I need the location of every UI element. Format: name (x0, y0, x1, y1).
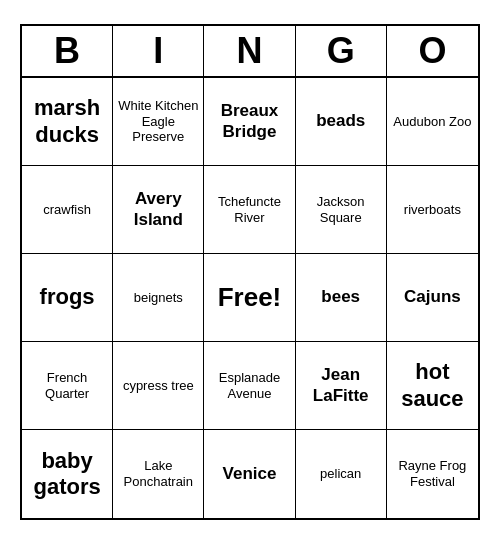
bingo-cell-0: marsh ducks (22, 78, 113, 166)
bingo-cell-13: bees (296, 254, 387, 342)
bingo-cell-8: Jackson Square (296, 166, 387, 254)
bingo-cell-19: hot sauce (387, 342, 478, 430)
bingo-cell-6: Avery Island (113, 166, 204, 254)
header-letter-o: O (387, 26, 478, 76)
bingo-cell-12: Free! (204, 254, 295, 342)
bingo-cell-10: frogs (22, 254, 113, 342)
bingo-cell-15: French Quarter (22, 342, 113, 430)
bingo-cell-11: beignets (113, 254, 204, 342)
bingo-grid: marsh ducksWhite Kitchen Eagle PreserveB… (22, 78, 478, 518)
header-letter-g: G (296, 26, 387, 76)
bingo-cell-5: crawfish (22, 166, 113, 254)
bingo-cell-18: Jean LaFitte (296, 342, 387, 430)
bingo-cell-17: Esplanade Avenue (204, 342, 295, 430)
bingo-cell-21: Lake Ponchatrain (113, 430, 204, 518)
bingo-cell-22: Venice (204, 430, 295, 518)
bingo-cell-1: White Kitchen Eagle Preserve (113, 78, 204, 166)
bingo-cell-20: baby gators (22, 430, 113, 518)
bingo-cell-14: Cajuns (387, 254, 478, 342)
bingo-cell-23: pelican (296, 430, 387, 518)
header-letter-n: N (204, 26, 295, 76)
bingo-cell-3: beads (296, 78, 387, 166)
bingo-cell-4: Audubon Zoo (387, 78, 478, 166)
bingo-cell-24: Rayne Frog Festival (387, 430, 478, 518)
header-letter-i: I (113, 26, 204, 76)
bingo-cell-7: Tchefuncte River (204, 166, 295, 254)
bingo-cell-16: cypress tree (113, 342, 204, 430)
bingo-card: BINGO marsh ducksWhite Kitchen Eagle Pre… (20, 24, 480, 520)
bingo-header: BINGO (22, 26, 478, 78)
header-letter-b: B (22, 26, 113, 76)
bingo-cell-9: riverboats (387, 166, 478, 254)
bingo-cell-2: Breaux Bridge (204, 78, 295, 166)
